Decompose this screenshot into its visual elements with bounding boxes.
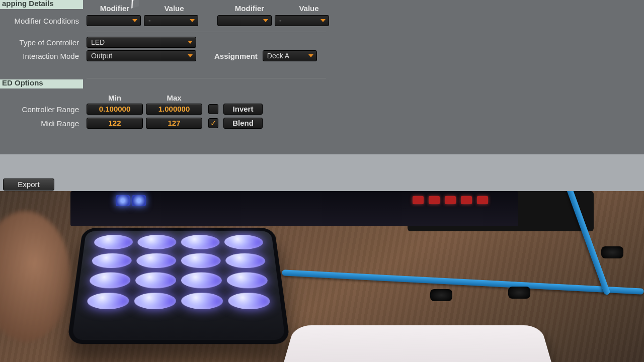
chevron-down-icon <box>132 19 137 22</box>
label-blend: Blend <box>223 118 263 129</box>
toolbar-strip: Export <box>0 154 644 191</box>
section-tab-label: ED Options <box>2 78 43 87</box>
label-assignment: Assignment <box>214 52 258 60</box>
checkbox-invert[interactable] <box>208 104 218 114</box>
divider <box>87 78 326 78</box>
divider <box>87 32 326 32</box>
label-invert: Invert <box>223 104 263 115</box>
column-header-modifier-1: Modifier <box>87 4 143 13</box>
dropdown-value: Deck A <box>267 52 289 60</box>
column-header-value-1: Value <box>146 4 202 13</box>
section-tab-led-options: ED Options <box>0 79 83 88</box>
label-midi-range: Midi Range <box>0 119 83 128</box>
label-modifier-conditions: Modifier Conditions <box>0 17 83 25</box>
chevron-down-icon <box>263 19 268 22</box>
export-button[interactable]: Export <box>3 178 54 191</box>
dropdown-modifier-1[interactable] <box>87 15 141 26</box>
dropdown-type-of-controller[interactable]: LED <box>87 37 196 48</box>
dropdown-value: Output <box>91 52 112 60</box>
column-header-value-2: Value <box>281 4 337 13</box>
input-midi-range-min[interactable]: 122 <box>87 118 143 129</box>
dropdown-value-1[interactable]: - <box>144 15 198 26</box>
input-controller-range-max[interactable]: 1.000000 <box>146 104 202 115</box>
chevron-down-icon <box>320 19 326 22</box>
dropdown-interaction-mode[interactable]: Output <box>87 50 196 61</box>
dropdown-value: - <box>148 17 151 25</box>
label-type-of-controller: Type of Controller <box>0 38 83 47</box>
column-header-max: Max <box>146 94 202 102</box>
label-interaction-mode: Interaction Mode <box>0 52 83 60</box>
dropdown-value-2[interactable]: - <box>275 15 329 26</box>
dropdown-assignment[interactable]: Deck A <box>263 50 317 61</box>
midi-controller-device <box>67 228 290 344</box>
chevron-down-icon <box>190 19 195 22</box>
hardware-photo <box>0 191 644 362</box>
chevron-down-icon <box>308 54 313 57</box>
mapping-details-panel: apping Details Modifier Value Modifier V… <box>0 0 644 154</box>
checkbox-blend[interactable]: ✓ <box>208 118 218 128</box>
dropdown-value: - <box>279 17 282 25</box>
column-header-min: Min <box>87 94 143 102</box>
label-controller-range: Controller Range <box>0 105 83 114</box>
section-tab-mapping-details: apping Details <box>0 0 83 9</box>
chevron-down-icon <box>188 54 193 57</box>
input-midi-range-max[interactable]: 127 <box>146 118 202 129</box>
section-tab-label: apping Details <box>2 0 54 8</box>
dropdown-value: LED <box>91 38 105 46</box>
input-controller-range-min[interactable]: 0.100000 <box>87 104 143 115</box>
column-header-modifier-2: Modifier <box>221 4 278 13</box>
chevron-down-icon <box>188 41 193 44</box>
dropdown-modifier-2[interactable] <box>217 15 272 26</box>
